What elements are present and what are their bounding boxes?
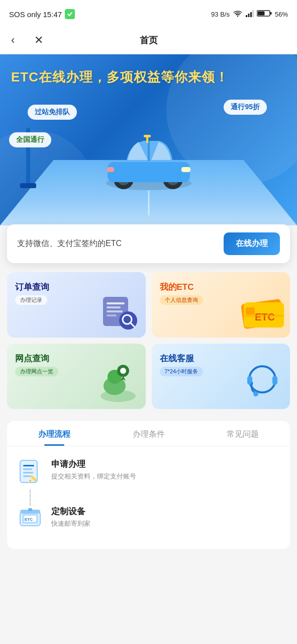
svg-rect-50 bbox=[23, 465, 34, 466]
close-button[interactable]: ✕ bbox=[30, 32, 47, 49]
back-button[interactable]: ‹ bbox=[7, 32, 19, 49]
svg-rect-5 bbox=[270, 12, 271, 15]
tab-condition[interactable]: 办理条件 bbox=[102, 421, 196, 446]
cards-grid: 订单查询 办理记录 我的ETC 个人信息查询 bbox=[0, 263, 297, 412]
card-order-title: 订单查询 bbox=[15, 281, 138, 293]
page-title: 首页 bbox=[140, 34, 158, 46]
svg-rect-60 bbox=[28, 508, 32, 511]
step-device-icon: ETC bbox=[17, 506, 43, 532]
svg-rect-38 bbox=[246, 307, 255, 314]
tabs-header: 办理流程 办理条件 常见问题 bbox=[7, 421, 290, 446]
apply-bar: 支持微信、支付宝签约的ETC 在线办理 bbox=[7, 224, 290, 263]
svg-rect-25 bbox=[146, 137, 148, 143]
svg-point-45 bbox=[249, 366, 275, 392]
step-1-title: 申请办理 bbox=[51, 458, 280, 470]
svg-rect-1 bbox=[248, 14, 249, 17]
status-bar: SOS only 15:47 93 B/s bbox=[0, 0, 297, 26]
bottom-spacer bbox=[0, 549, 297, 564]
battery-icon bbox=[257, 10, 272, 19]
svg-rect-31 bbox=[107, 314, 117, 316]
card-service[interactable]: 在线客服 7*24小时服务 bbox=[152, 344, 290, 409]
status-text: SOS only 15:47 bbox=[9, 10, 62, 19]
card-etc-subtitle: 个人信息查询 bbox=[160, 295, 203, 305]
step-apply-icon bbox=[17, 458, 43, 485]
svg-point-48 bbox=[253, 391, 258, 396]
card-order[interactable]: 订单查询 办理记录 bbox=[7, 272, 146, 338]
svg-rect-3 bbox=[252, 10, 254, 17]
status-left: SOS only 15:47 bbox=[9, 9, 75, 19]
process-step-1: 申请办理 提交相关资料，绑定支付账号 bbox=[17, 458, 280, 485]
card-service-subtitle: 7*24小时服务 bbox=[160, 367, 204, 376]
svg-rect-23 bbox=[181, 167, 190, 172]
svg-point-44 bbox=[120, 368, 126, 374]
process-content: 申请办理 提交相关资料，绑定支付账号 ETC 定制设备 快速邮寄 bbox=[7, 446, 290, 549]
banner-title: ETC在线办理，多项权益等你来领！ bbox=[11, 68, 229, 86]
battery-text: 56% bbox=[275, 11, 288, 18]
svg-rect-8 bbox=[20, 183, 36, 188]
card-service-icon bbox=[240, 362, 285, 404]
step-1-desc: 提交相关资料，绑定支付账号 bbox=[51, 472, 280, 481]
card-etc-icon: ETC bbox=[240, 295, 285, 333]
svg-rect-22 bbox=[148, 141, 150, 161]
step-2-text: 定制设备 快速邮寄到家 bbox=[51, 506, 280, 528]
tab-faq[interactable]: 常见问题 bbox=[195, 421, 290, 446]
car-illustration bbox=[93, 123, 204, 195]
status-right: 93 B/s 56% bbox=[211, 10, 288, 19]
tab-process[interactable]: 办理流程 bbox=[7, 421, 102, 446]
step-2-desc: 快速邮寄到家 bbox=[51, 519, 280, 528]
nav-bar: ‹ ✕ 首页 bbox=[0, 26, 297, 54]
speed-text: 93 B/s bbox=[211, 11, 230, 18]
card-order-subtitle: 办理记录 bbox=[15, 295, 47, 305]
step-connector-1 bbox=[30, 490, 31, 506]
step-1-text: 申请办理 提交相关资料，绑定支付账号 bbox=[51, 458, 280, 481]
card-outlet[interactable]: 网点查询 办理网点一览 bbox=[7, 344, 146, 409]
status-green-icon bbox=[65, 9, 75, 19]
svg-rect-29 bbox=[107, 306, 121, 308]
svg-rect-28 bbox=[107, 302, 125, 304]
svg-rect-21 bbox=[108, 162, 190, 182]
svg-rect-39 bbox=[244, 314, 284, 317]
svg-text:ETC: ETC bbox=[25, 517, 33, 522]
banner: ETC在线办理，多项权益等你来领！ 过站免排队 通行95折 全国通行 bbox=[0, 54, 297, 225]
card-etc[interactable]: 我的ETC 个人信息查询 ETC bbox=[152, 272, 290, 338]
card-outlet-icon bbox=[95, 362, 141, 404]
badge-national: 全国通行 bbox=[9, 132, 51, 147]
svg-rect-51 bbox=[23, 468, 32, 470]
card-etc-title: 我的ETC bbox=[160, 281, 282, 293]
svg-rect-30 bbox=[107, 310, 123, 312]
svg-rect-52 bbox=[23, 472, 33, 473]
tabs-section: 办理流程 办理条件 常见问题 bbox=[7, 421, 290, 549]
apply-bar-text: 支持微信、支付宝签约的ETC bbox=[17, 238, 122, 249]
step-2-title: 定制设备 bbox=[51, 506, 280, 517]
wifi-icon bbox=[233, 10, 243, 19]
svg-rect-26 bbox=[144, 135, 151, 137]
svg-rect-47 bbox=[272, 376, 277, 385]
svg-rect-24 bbox=[107, 167, 114, 172]
signal-icon bbox=[246, 10, 254, 19]
svg-rect-53 bbox=[23, 475, 30, 477]
svg-rect-6 bbox=[257, 12, 264, 16]
badge-queue: 过站免排队 bbox=[28, 105, 77, 120]
toll-gate bbox=[15, 118, 45, 190]
apply-button[interactable]: 在线办理 bbox=[224, 232, 280, 255]
card-outlet-subtitle: 办理网点一览 bbox=[15, 367, 58, 376]
svg-rect-0 bbox=[246, 15, 247, 17]
badge-discount: 通行95折 bbox=[224, 100, 267, 115]
process-step-2: ETC 定制设备 快速邮寄到家 bbox=[17, 506, 280, 532]
card-order-icon bbox=[101, 294, 141, 333]
svg-rect-2 bbox=[250, 12, 252, 17]
